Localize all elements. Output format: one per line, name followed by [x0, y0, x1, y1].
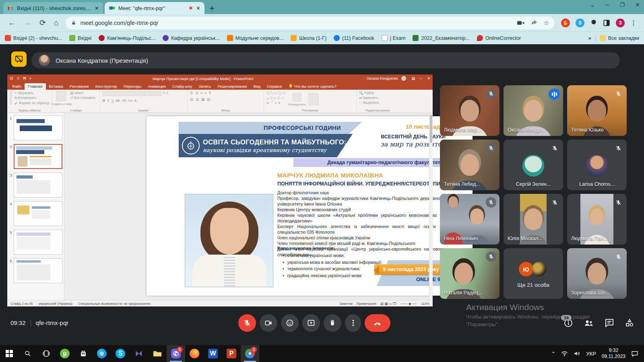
address-bar[interactable]: meet.google.com/qfe-rtmx-pqr ☆	[66, 16, 555, 29]
slide-thumbnail-panel[interactable]: 1 2 3 4 5 6	[7, 113, 64, 300]
layout-button[interactable]: ▤ Макет	[70, 91, 96, 95]
profile-avatar[interactable]: З	[616, 19, 625, 27]
present-button[interactable]	[302, 314, 320, 332]
microsoft-store-icon[interactable]	[74, 345, 93, 362]
raise-hand-button[interactable]	[324, 314, 341, 332]
bookmarks-overflow-button[interactable]: »	[588, 35, 591, 41]
bookmark-item[interactable]: Вхідні (2) - shevchu...	[5, 35, 62, 41]
replace-button[interactable]: ⇄ Заменить	[359, 96, 379, 100]
bookmark-item[interactable]: (11) Facebook	[334, 35, 374, 41]
font-name-select[interactable]	[102, 91, 147, 96]
tab-home[interactable]: Главная	[25, 83, 45, 90]
participant-tile[interactable]: Людмила Мар...	[440, 85, 500, 136]
view-buttons[interactable]: ▤ ▦ ▭ 🗖	[380, 302, 396, 306]
tab-record[interactable]: Запись	[195, 83, 214, 90]
bookmark-item[interactable]: Кафедра українськ...	[163, 35, 220, 41]
tab-file[interactable]: Файл	[9, 83, 25, 90]
new-slide-button[interactable]	[56, 91, 66, 101]
file-explorer-icon[interactable]	[148, 345, 167, 362]
tab-draw[interactable]: Рисование	[66, 83, 92, 90]
back-button[interactable]: ←	[8, 19, 16, 27]
quick-styles-button[interactable]	[308, 93, 319, 105]
tab-close-icon[interactable]: ✕	[95, 5, 99, 11]
slide-thumbnail-3[interactable]: 3	[8, 173, 62, 197]
tray-chevron-icon[interactable]: ⌃	[551, 351, 555, 357]
home-button[interactable]: ⌂	[54, 19, 58, 27]
more-options-button[interactable]	[345, 314, 361, 332]
participant-tile[interactable]: Тетяна Лебед...	[440, 140, 500, 190]
camera-toggle-button[interactable]	[260, 314, 277, 332]
ppt-minimize-button[interactable]: ─	[420, 76, 422, 80]
participant-tile[interactable]: Людмила Пан...	[567, 194, 627, 245]
slide-thumbnail-2[interactable]: 2	[8, 144, 62, 169]
language-indicator[interactable]: украинский (Украина)	[38, 302, 72, 306]
reset-button[interactable]: ↺ Восстановить	[70, 96, 96, 100]
forward-button[interactable]: →	[24, 19, 31, 27]
window-minimize-button[interactable]: ─	[605, 2, 609, 8]
ppt-close-button[interactable]: ✕	[427, 76, 430, 80]
action-center-icon[interactable]	[631, 350, 638, 357]
tab-animations[interactable]: Анимация	[144, 83, 169, 90]
participant-tile[interactable]: Наталія Радец...	[440, 248, 500, 299]
extensions-puzzle-icon[interactable]	[590, 19, 597, 27]
reader-extension-icon[interactable]	[603, 19, 610, 27]
slide-thumbnail-1[interactable]: 1	[8, 115, 62, 140]
participant-tile[interactable]: Юлія Москал...	[504, 194, 563, 245]
bookmark-item[interactable]: OnlineCorrector	[477, 35, 521, 41]
window-restore-button[interactable]: ❐	[620, 2, 625, 8]
task-view-button[interactable]	[37, 345, 56, 362]
viber-icon[interactable]: ✆8	[167, 345, 185, 362]
language-switcher[interactable]: УКР	[586, 351, 596, 357]
bookmark-item[interactable]: Модульне середов...	[227, 35, 284, 41]
copy-button[interactable]: ⧉ Копировать	[14, 96, 50, 100]
notes-button[interactable]: Заметки	[339, 302, 353, 306]
paste-button[interactable]	[10, 91, 12, 105]
participant-tile[interactable]: Зореслава Ше...	[567, 248, 627, 299]
tell-me-box[interactable]: 💡 Что вы хотите сделать?	[285, 83, 340, 90]
word-icon[interactable]: W	[204, 345, 222, 362]
presentation-chip[interactable]	[11, 51, 27, 67]
leave-call-button[interactable]	[365, 314, 390, 332]
tab-meet[interactable]: Meet: "qfe-rtmx-pqr" ✕	[105, 2, 204, 14]
ribbon-display-button[interactable]: ▤	[412, 76, 415, 80]
select-button[interactable]: ⬚ Выделить	[359, 101, 379, 105]
slide-thumbnail-6[interactable]: 6	[8, 258, 62, 283]
powerpoint-icon[interactable]: P	[222, 345, 241, 362]
bookmark-item[interactable]: Кам'янець-Подільс...	[99, 35, 155, 41]
arrange-button[interactable]	[293, 93, 301, 102]
zoom-slider[interactable]: ─── ◆ ──	[400, 302, 417, 306]
participant-tile[interactable]: Тетяна Юзько	[567, 85, 627, 136]
slide-thumbnail-4[interactable]: 4	[8, 201, 62, 226]
cut-button[interactable]: ✂ Вырезать	[14, 91, 50, 95]
camera-allowed-icon[interactable]	[517, 20, 524, 26]
chrome-icon[interactable]: 3	[241, 345, 259, 362]
new-tab-button[interactable]: +	[209, 3, 215, 14]
tab-design[interactable]: Конструктор	[92, 83, 120, 90]
activities-icon[interactable]	[625, 318, 634, 328]
canvas-scrollbar[interactable]	[429, 113, 433, 300]
mic-toggle-button[interactable]	[238, 314, 256, 332]
tab-insert[interactable]: Вставка	[46, 83, 66, 90]
tab-help[interactable]: Справка	[264, 83, 285, 90]
reactions-button[interactable]	[281, 314, 299, 332]
slide-thumbnail-5[interactable]: 5	[8, 230, 62, 255]
firefox-icon[interactable]	[185, 345, 204, 362]
comments-button[interactable]: Примечания	[357, 302, 376, 306]
tab-gmail[interactable]: Вхідні (110) - shevchuk.zoreslav ✕	[3, 2, 103, 14]
bookmark-star-icon[interactable]: ☆	[544, 19, 549, 27]
bookmark-item[interactable]: Вхідні	[69, 35, 91, 41]
window-close-button[interactable]: ✕	[635, 2, 640, 8]
quick-access-toolbar[interactable]: 🖫↺⬒▾	[10, 76, 31, 80]
media-app-icon[interactable]	[130, 345, 148, 362]
adblock-extension-icon[interactable]: ✋	[561, 19, 570, 27]
all-bookmarks-button[interactable]: Все закладки	[600, 35, 639, 41]
participant-tile[interactable]: Larisa Choros...	[567, 140, 627, 190]
bookmark-item[interactable]: Школа (1-Г)	[291, 35, 326, 41]
participant-tile[interactable]: Ніна Ляхнович	[440, 194, 500, 245]
edge-icon[interactable]: e	[93, 345, 111, 362]
wifi-icon[interactable]	[561, 351, 568, 356]
volume-icon[interactable]	[574, 351, 580, 356]
skype-icon[interactable]: S	[111, 345, 130, 362]
search-button[interactable]	[19, 345, 37, 362]
utorrent-icon[interactable]: µ	[56, 345, 74, 362]
